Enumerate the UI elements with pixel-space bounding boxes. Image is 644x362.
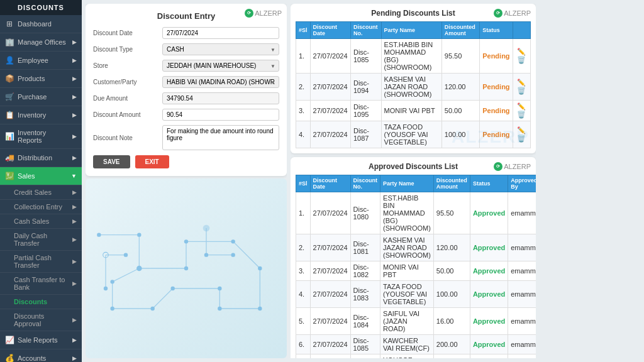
sidebar-sub-daily-cash-transfer[interactable]: Daily Cash Transfer ▶ <box>0 229 82 251</box>
cell-party: TAZA FOOD (YOUSOF VAI VEGETABLE) <box>380 281 434 308</box>
cell-no: Disc-1084 <box>350 308 380 335</box>
sidebar-sub-discounts[interactable]: Discounts <box>0 295 82 309</box>
store-select[interactable]: JEDDAH (MAIN WAREHOUSE) <box>162 60 279 72</box>
cell-party: KASHEM VAI JAZAN ROAD (SHOWROOM) <box>380 234 434 261</box>
cell-status: Pending <box>480 74 513 101</box>
cell-party: EST.HABIB BIN MOHAMMAD (BG) (SHOWROOM) <box>380 192 434 234</box>
edit-action[interactable]: ✏️ <box>516 79 527 86</box>
cell-actions: ✏️ 🗑️ <box>513 101 530 121</box>
table-row: 7. 27/07/2024 Disc-1087 YOUSOF STORE CAS… <box>296 354 536 359</box>
sidebar-item-sale-reports[interactable]: 📈 Sale Reports ▶ <box>0 331 82 349</box>
inventory-reports-icon: 📊 <box>5 132 14 141</box>
sidebar-item-employee[interactable]: 👤 Employee ▶ <box>0 52 82 70</box>
sidebar-sub-cash-transfer-to-bank[interactable]: Cash Transfer to Bank ▶ <box>0 273 82 295</box>
svg-line-13 <box>113 268 140 282</box>
delete-action[interactable]: 🗑️ <box>516 111 527 118</box>
cell-amount: 50.00 <box>433 261 470 281</box>
cell-date: 27/07/2024 <box>310 261 350 281</box>
exit-button[interactable]: EXIT <box>135 155 169 168</box>
discount-amount-input[interactable] <box>162 109 279 121</box>
col-party: Party Name <box>381 22 441 39</box>
content-area: Discount Entry ⟳ ALZERP Discount Date Di… <box>82 0 644 362</box>
cell-status: Pending <box>480 121 513 148</box>
cell-sl: 4. <box>296 121 311 148</box>
manage-offices-icon: 🏢 <box>5 38 14 47</box>
cell-amount: 100.00 <box>433 281 470 308</box>
sidebar-item-inventory[interactable]: 📋 Inventory ▶ <box>0 106 82 124</box>
cell-party: SAIFUL VAI (JAZAN ROAD) <box>380 308 434 335</box>
edit-action[interactable]: ✏️ <box>516 126 527 134</box>
sidebar-sub-collection-entry[interactable]: Collection Entry ▶ <box>0 200 82 214</box>
table-row: 3. 27/07/2024 Disc-1082 MONIR VAI PBT 50… <box>296 261 536 281</box>
approved-alzerp-logo: ⟳ ALZERP <box>494 162 531 171</box>
sidebar-item-purchase[interactable]: 🛒 Purchase ▶ <box>0 88 82 106</box>
approved-discounts-table: #Sl Discount Date Discount No. Party Nam… <box>296 175 536 358</box>
cell-date: 27/07/2024 <box>310 74 350 101</box>
cell-party: MONIR VAI PBT <box>381 101 441 121</box>
cell-status: Approved <box>470 354 508 359</box>
discount-date-input[interactable] <box>162 27 279 39</box>
cell-date: 27/07/2024 <box>310 354 350 359</box>
save-button[interactable]: SAVE <box>93 155 130 168</box>
customer-party-select[interactable]: HABIB VAI (MADINA ROAD) (SHOWROOM) <box>162 76 279 88</box>
col-status: Status <box>480 22 513 39</box>
cell-sl: 1. <box>296 39 311 74</box>
delete-action[interactable]: 🗑️ <box>516 56 527 63</box>
sidebar-item-distribution[interactable]: 🚚 Distribution ▶ <box>0 149 82 167</box>
customer-party-label: Customer/Party <box>93 79 162 85</box>
cell-amount: 120.00 <box>433 234 470 261</box>
due-amount-input[interactable] <box>162 92 279 104</box>
discount-note-row: Discount Note For making the due amount … <box>93 125 279 150</box>
cell-date: 27/07/2024 <box>310 39 350 74</box>
cell-no: Disc-1083 <box>350 281 380 308</box>
pending-alzerp-logo: ⟳ ALZERP <box>494 9 531 18</box>
cell-date: 27/07/2024 <box>310 121 350 148</box>
sidebar-item-inventory-reports[interactable]: 📊 Inventory Reports ▶ <box>0 124 82 149</box>
svg-line-5 <box>233 241 260 268</box>
delete-action[interactable]: 🗑️ <box>516 134 527 142</box>
alzerp-logo-icon: ⟳ <box>245 9 253 18</box>
sidebar-item-products[interactable]: 📦 Products ▶ <box>0 70 82 88</box>
cell-status: Pending <box>480 39 513 74</box>
cell-sl: 2. <box>296 234 311 261</box>
sidebar-item-dashboard[interactable]: ⊞ Dashboard <box>0 15 82 33</box>
cell-sl: 3. <box>296 261 311 281</box>
approved-discounts-card: Approved Discounts List ⟳ ALZERP #Sl Dis… <box>291 157 536 358</box>
svg-line-10 <box>153 288 173 309</box>
discount-amount-row: Discount Amount <box>93 109 279 121</box>
svg-point-24 <box>258 266 262 270</box>
sub-arrow: ▶ <box>72 218 77 224</box>
sub-arrow: ▶ <box>72 189 77 195</box>
due-amount-label: Due Amount <box>93 95 162 102</box>
sub-arrow: ▶ <box>72 204 77 210</box>
table-row: 2. 27/07/2024 Disc-1094 KASHEM VAI JAZAN… <box>296 74 531 101</box>
discount-type-select-wrap: CASH CREDIT <box>162 43 279 55</box>
sidebar-sub-cash-sales[interactable]: Cash Sales ▶ <box>0 214 82 229</box>
sidebar-sub-partial-cash-transfer[interactable]: Partial Cash Transfer ▶ <box>0 251 82 273</box>
cell-no: Disc-1095 <box>350 101 381 121</box>
sidebar-item-accounts[interactable]: 💰 Accounts ▶ <box>0 349 82 362</box>
sidebar-item-sales[interactable]: 💹 Sales ▼ <box>0 167 82 185</box>
cell-status: Approved <box>470 234 508 261</box>
employee-icon: 👤 <box>5 56 14 65</box>
cell-no: Disc-1087 <box>350 121 381 148</box>
store-select-wrap: JEDDAH (MAIN WAREHOUSE) <box>162 60 279 72</box>
discount-note-textarea[interactable]: For making the due amount into round fig… <box>162 125 279 150</box>
cell-date: 27/07/2024 <box>310 335 350 354</box>
edit-action[interactable]: ✏️ <box>516 102 527 110</box>
cell-sl: 3. <box>296 101 311 121</box>
sidebar-item-manage-offices[interactable]: 🏢 Manage Offices ▶ <box>0 33 82 52</box>
sub-arrow: ▶ <box>72 236 77 243</box>
discount-type-select[interactable]: CASH CREDIT <box>162 43 279 55</box>
sidebar-sub-credit-sales[interactable]: Credit Sales ▶ <box>0 185 82 200</box>
svg-point-22 <box>184 239 188 243</box>
delete-action[interactable]: 🗑️ <box>516 87 527 94</box>
cell-no: Disc-1082 <box>350 261 380 281</box>
cell-status: Approved <box>470 281 508 308</box>
discount-amount-label: Discount Amount <box>93 111 162 118</box>
sidebar-sub-discounts-approval[interactable]: Discounts Approval ▶ <box>0 309 82 331</box>
edit-action[interactable]: ✏️ <box>516 48 527 55</box>
customer-party-select-wrap: HABIB VAI (MADINA ROAD) (SHOWROOM) <box>162 76 279 88</box>
discount-type-row: Discount Type CASH CREDIT <box>93 43 279 55</box>
col-date: Discount Date <box>310 175 350 192</box>
